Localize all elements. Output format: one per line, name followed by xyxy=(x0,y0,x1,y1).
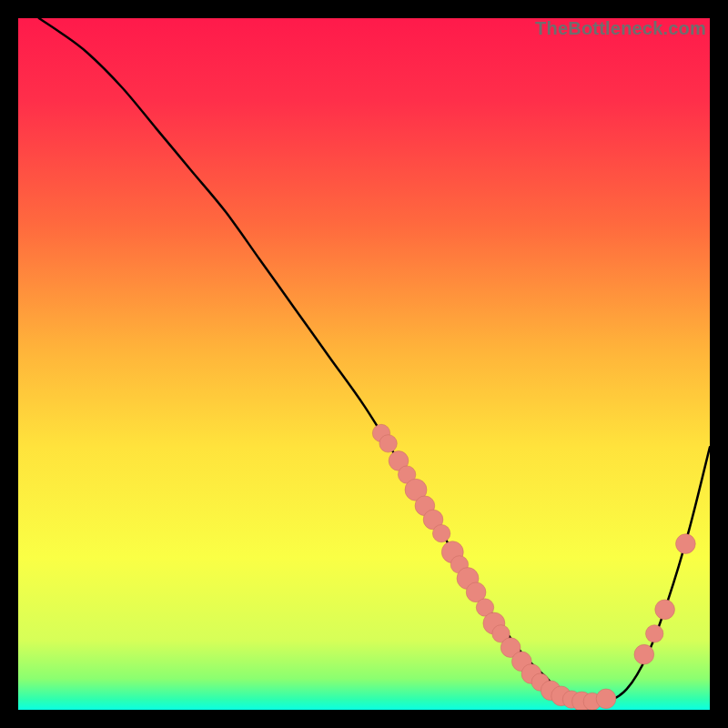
data-point xyxy=(646,625,663,642)
data-point xyxy=(379,435,397,452)
data-point xyxy=(596,689,616,709)
watermark-text: TheBottleneck.com xyxy=(535,18,706,39)
data-point xyxy=(676,534,696,554)
data-point xyxy=(634,644,654,664)
gradient-background xyxy=(18,18,710,710)
data-point xyxy=(655,600,675,620)
chart-frame: TheBottleneck.com xyxy=(18,18,710,710)
chart-svg xyxy=(18,18,710,710)
data-point xyxy=(432,525,450,542)
